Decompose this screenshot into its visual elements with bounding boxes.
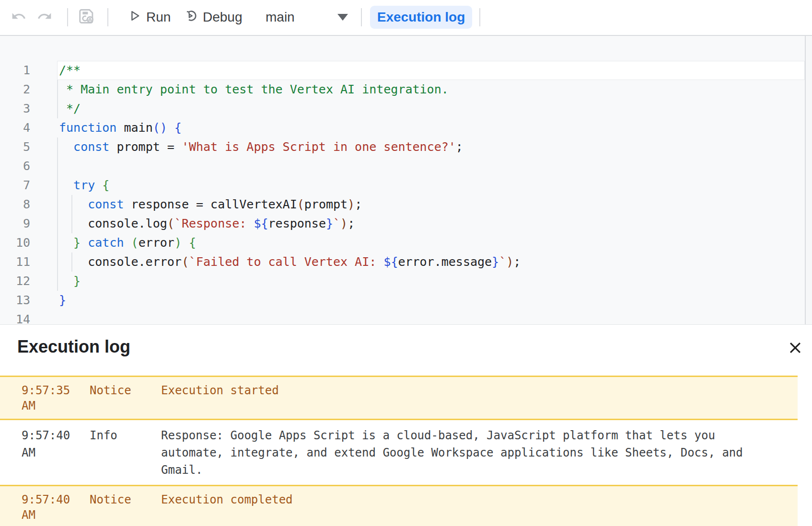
line-number[interactable]: 11 [0, 252, 30, 272]
code-text: console.error(`Failed to call Vertex AI:… [59, 252, 521, 272]
log-entry-time: 9:57:35 AM [22, 383, 90, 413]
code-line[interactable]: 2 * Main entry point to test the Vertex … [0, 80, 812, 99]
code-line[interactable]: 3 */ [0, 99, 812, 118]
indent-guide [57, 137, 58, 157]
execution-log-toggle-button[interactable]: Execution log [370, 6, 472, 29]
line-number[interactable]: 5 [0, 137, 30, 157]
code-line[interactable]: 6 [0, 157, 812, 176]
log-entry-time: 9:57:40 AM [22, 492, 90, 523]
apps-script-editor-window: Run Debug main Execution log 1/**2 * Mai… [0, 0, 812, 526]
line-number[interactable]: 13 [0, 291, 30, 310]
indent-guide [57, 272, 58, 291]
save-project-icon [78, 7, 96, 27]
code-line[interactable]: 7 try { [0, 176, 812, 195]
undo-button[interactable] [8, 7, 29, 28]
line-number[interactable]: 6 [0, 157, 30, 176]
log-entry: 9:57:40 AMNoticeExecution completed [0, 485, 798, 526]
indent-guide [57, 233, 58, 252]
editor-scrollbar[interactable] [805, 36, 812, 324]
code-line[interactable]: 13} [0, 291, 812, 310]
indent-guide [57, 99, 58, 118]
log-entry-level: Info [90, 427, 161, 479]
debug-icon [183, 8, 198, 27]
indent-guide [57, 252, 58, 272]
code-text: * Main entry point to test the Vertex AI… [59, 80, 449, 99]
log-entry: 9:57:35 AMNoticeExecution started [0, 376, 798, 420]
close-icon [787, 340, 803, 357]
redo-icon [37, 9, 52, 26]
code-line[interactable]: 5 const prompt = 'What is Apps Script in… [0, 137, 812, 157]
toolbar: Run Debug main Execution log [0, 0, 812, 36]
log-entry-level: Notice [90, 492, 161, 523]
run-icon [128, 9, 142, 26]
toolbar-divider [107, 8, 108, 26]
code-text: } catch (error) { [59, 233, 196, 252]
indent-guide [57, 176, 58, 195]
indent-guide [57, 157, 58, 176]
toolbar-divider [479, 8, 480, 26]
code-line[interactable]: 4function main() { [0, 118, 812, 137]
line-number[interactable]: 14 [0, 310, 30, 324]
execution-log-button-label: Execution log [377, 10, 465, 25]
code-text: const prompt = 'What is Apps Script in o… [59, 137, 463, 157]
code-line[interactable]: 10 } catch (error) { [0, 233, 812, 252]
current-line-highlight [57, 61, 805, 80]
debug-button[interactable]: Debug [183, 7, 243, 28]
function-selector-value: main [266, 10, 295, 25]
code-text: console.log(`Response: ${response}`); [59, 214, 355, 233]
toolbar-divider [67, 8, 68, 26]
line-number[interactable]: 9 [0, 214, 30, 233]
undo-icon [11, 9, 26, 26]
run-button[interactable]: Run [128, 7, 171, 28]
log-entry-message: Execution completed [161, 492, 293, 523]
line-number[interactable]: 4 [0, 118, 30, 137]
run-label: Run [146, 10, 171, 25]
line-number[interactable]: 2 [0, 80, 30, 99]
code-line[interactable]: 14 [0, 310, 812, 324]
code-text: } [59, 272, 81, 291]
indent-guide [57, 80, 58, 99]
chevron-down-icon [337, 14, 348, 21]
log-entry-message: Response: Google Apps Script is a cloud-… [161, 427, 755, 479]
code-text: /** [59, 61, 81, 80]
indent-guide [57, 195, 58, 214]
code-text: const response = callVertexAI(prompt); [59, 195, 362, 214]
code-editor[interactable]: 1/**2 * Main entry point to test the Ver… [0, 36, 812, 324]
execution-log-title: Execution log [17, 337, 130, 357]
line-number[interactable]: 3 [0, 99, 30, 118]
code-line[interactable]: 9 console.log(`Response: ${response}`); [0, 214, 812, 233]
log-entry-time: 9:57:40 AM [22, 427, 90, 479]
function-selector[interactable]: main [262, 7, 352, 28]
line-number[interactable]: 1 [0, 61, 30, 80]
code-text: */ [59, 99, 81, 118]
log-entries: 9:57:35 AMNoticeExecution started9:57:40… [0, 376, 798, 526]
code-text: } [59, 291, 66, 310]
log-entry-message: Execution started [161, 383, 279, 413]
debug-label: Debug [203, 10, 243, 25]
close-log-button[interactable] [785, 338, 805, 358]
log-entry: 9:57:40 AMInfoResponse: Google Apps Scri… [0, 420, 798, 485]
line-number[interactable]: 7 [0, 176, 30, 195]
code-line[interactable]: 12 } [0, 272, 812, 291]
line-number[interactable]: 10 [0, 233, 30, 252]
code-line[interactable]: 8 const response = callVertexAI(prompt); [0, 195, 812, 214]
code-text: try { [59, 176, 109, 195]
toolbar-divider [361, 8, 362, 26]
line-number[interactable]: 12 [0, 272, 30, 291]
line-number[interactable]: 8 [0, 195, 30, 214]
redo-button[interactable] [34, 7, 55, 28]
indent-guide [57, 214, 58, 233]
code-line[interactable]: 11 console.error(`Failed to call Vertex … [0, 252, 812, 272]
log-entry-level: Notice [90, 383, 161, 413]
save-button[interactable] [76, 7, 97, 28]
code-line[interactable]: 1/** [0, 61, 812, 80]
code-text: function main() { [59, 118, 182, 137]
